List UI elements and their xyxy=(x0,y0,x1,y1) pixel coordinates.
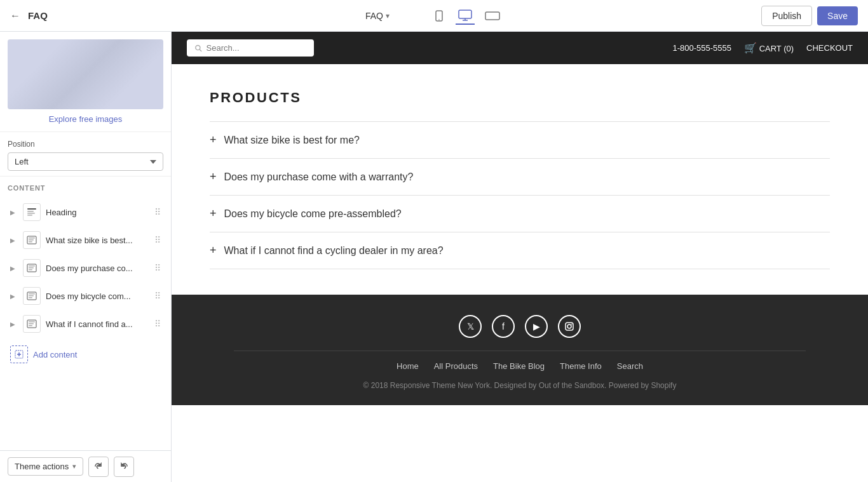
faq-expand-icon: + xyxy=(210,207,217,220)
back-button[interactable]: ← xyxy=(10,10,20,22)
svg-rect-3 xyxy=(485,12,499,20)
search-input[interactable] xyxy=(207,43,306,53)
list-item[interactable]: ▶ What if I cannot find a... ⠿ xyxy=(8,310,163,338)
position-select[interactable]: Left Right Center xyxy=(8,152,163,171)
faq-question-text: What if I cannot find a cycling dealer i… xyxy=(224,245,444,257)
position-label: Position xyxy=(8,140,163,149)
footer-link-theme-info[interactable]: Theme Info xyxy=(560,361,602,371)
svg-rect-26 xyxy=(566,323,573,330)
checkout-label[interactable]: CHECKOUT xyxy=(806,43,853,53)
drag-handle-icon[interactable]: ⠿ xyxy=(154,291,161,301)
faq-item-4-label: What if I cannot find a... xyxy=(46,319,154,329)
faq-question-item[interactable]: + Does my bicycle come pre-assembled? xyxy=(210,195,830,232)
footer-links: Home All Products The Bike Blog Theme In… xyxy=(187,361,853,371)
faq-expand-icon: + xyxy=(210,244,217,257)
list-item[interactable]: ▶ What size bike is best... ⠿ xyxy=(8,226,163,254)
svg-rect-10 xyxy=(29,239,34,241)
drag-handle-icon[interactable]: ⠿ xyxy=(154,207,161,217)
expand-arrow-icon: ▶ xyxy=(10,293,18,300)
content-section: CONTENT ▶ Heading ⠿ xyxy=(0,177,171,376)
undo-button[interactable] xyxy=(88,457,109,477)
svg-rect-4 xyxy=(27,208,36,210)
svg-point-28 xyxy=(571,324,573,325)
faq-item-3-label: Does my bicycle com... xyxy=(46,291,154,301)
save-button[interactable]: Save xyxy=(817,6,858,25)
faq-item-2-label: Does my purchase co... xyxy=(46,264,154,273)
svg-rect-18 xyxy=(29,295,34,297)
theme-actions-arrow-icon: ▾ xyxy=(72,462,76,471)
faq-expand-icon: + xyxy=(210,170,217,184)
faq-main-content: PRODUCTS + What size bike is best for me… xyxy=(172,64,868,295)
image-placeholder xyxy=(8,39,163,109)
faq-item-icon xyxy=(23,231,41,249)
svg-rect-7 xyxy=(27,215,32,216)
position-section: Position Left Right Center xyxy=(0,132,171,177)
svg-rect-19 xyxy=(29,297,32,298)
list-item[interactable]: ▶ Does my purchase co... ⠿ xyxy=(8,254,163,282)
theme-actions-button[interactable]: Theme actions ▾ xyxy=(8,457,83,476)
expand-arrow-icon: ▶ xyxy=(10,209,18,216)
expand-arrow-icon: ▶ xyxy=(10,237,18,244)
footer-copyright: © 2018 Responsive Theme New York. Design… xyxy=(187,381,853,390)
store-nav-right: 1-800-555-5555 🛒 CART (0) CHECKOUT xyxy=(672,42,853,54)
store-phone: 1-800-555-5555 xyxy=(672,43,731,53)
svg-point-1 xyxy=(438,19,440,20)
faq-question-item[interactable]: + What size bike is best for me? xyxy=(210,121,830,158)
faq-dropdown[interactable]: FAQ ▾ xyxy=(365,11,390,21)
preview-area: 1-800-555-5555 🛒 CART (0) CHECKOUT PRODU… xyxy=(172,32,868,482)
widescreen-view-icon[interactable] xyxy=(482,8,503,24)
heading-item-label: Heading xyxy=(46,208,154,217)
faq-section-title: PRODUCTS xyxy=(210,90,830,106)
faq-question-text: Does my bicycle come pre-assembled? xyxy=(224,208,402,220)
svg-rect-21 xyxy=(29,321,35,323)
store-search[interactable] xyxy=(187,39,314,57)
svg-rect-23 xyxy=(29,325,32,326)
footer-link-home[interactable]: Home xyxy=(397,361,419,371)
facebook-social-icon[interactable]: f xyxy=(492,315,515,338)
desktop-view-icon[interactable] xyxy=(456,7,475,25)
list-item[interactable]: ▶ Heading ⠿ xyxy=(8,198,163,226)
svg-rect-17 xyxy=(29,293,35,295)
footer-link-all-products[interactable]: All Products xyxy=(434,361,478,371)
twitter-social-icon[interactable]: 𝕏 xyxy=(459,315,482,338)
youtube-social-icon[interactable]: ▶ xyxy=(525,315,548,338)
redo-button[interactable] xyxy=(114,457,134,477)
list-item[interactable]: ▶ Does my bicycle com... ⠿ xyxy=(8,282,163,310)
svg-rect-9 xyxy=(29,238,35,239)
footer-link-bike-blog[interactable]: The Bike Blog xyxy=(493,361,545,371)
svg-rect-13 xyxy=(29,265,35,267)
faq-item-icon xyxy=(23,287,41,305)
faq-question-item[interactable]: + What if I cannot find a cycling dealer… xyxy=(210,232,830,269)
faq-item-icon xyxy=(23,315,41,333)
svg-rect-15 xyxy=(29,269,32,271)
image-section: Explore free images xyxy=(0,32,171,132)
theme-actions-label: Theme actions xyxy=(15,462,69,471)
preview-frame: 1-800-555-5555 🛒 CART (0) CHECKOUT PRODU… xyxy=(172,32,868,482)
add-content-label: Add content xyxy=(33,350,77,359)
explore-images-link[interactable]: Explore free images xyxy=(8,114,163,124)
faq-item-icon xyxy=(23,259,41,277)
mobile-view-icon[interactable] xyxy=(430,7,448,25)
expand-arrow-icon: ▶ xyxy=(10,321,18,328)
faq-question-text: Does my purchase come with a warranty? xyxy=(224,171,414,183)
store-header: 1-800-555-5555 🛒 CART (0) CHECKOUT xyxy=(172,32,868,64)
footer-link-search[interactable]: Search xyxy=(617,361,643,371)
faq-expand-icon: + xyxy=(210,133,217,147)
theme-actions-bar: Theme actions ▾ xyxy=(0,450,171,482)
faq-question-item[interactable]: + Does my purchase come with a warranty? xyxy=(210,158,830,195)
add-content-button[interactable]: Add content xyxy=(8,340,163,368)
instagram-social-icon[interactable] xyxy=(558,315,581,338)
expand-arrow-icon: ▶ xyxy=(10,265,18,272)
footer-divider xyxy=(234,351,806,351)
drag-handle-icon[interactable]: ⠿ xyxy=(154,319,161,329)
svg-rect-2 xyxy=(459,10,471,18)
drag-handle-icon[interactable]: ⠿ xyxy=(154,263,161,273)
svg-rect-14 xyxy=(29,267,34,269)
footer-social: 𝕏 f ▶ xyxy=(187,315,853,338)
publish-button[interactable]: Publish xyxy=(761,6,812,26)
svg-rect-6 xyxy=(27,213,35,214)
svg-point-25 xyxy=(196,45,200,50)
drag-handle-icon[interactable]: ⠿ xyxy=(154,235,161,245)
faq-item-1-label: What size bike is best... xyxy=(46,236,154,245)
cart-label[interactable]: 🛒 CART (0) xyxy=(744,42,794,54)
